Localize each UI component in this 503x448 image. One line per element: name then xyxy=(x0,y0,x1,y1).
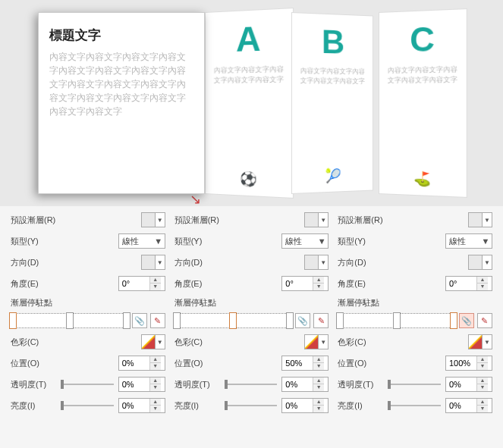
angle-input[interactable] xyxy=(282,277,313,290)
spin-up[interactable]: ▲ xyxy=(477,378,488,384)
type-label: 類型(Y) xyxy=(11,236,62,247)
brightness-input[interactable] xyxy=(446,399,476,412)
angle-input[interactable] xyxy=(119,277,149,290)
stop-handle[interactable] xyxy=(9,312,17,329)
stops-label: 漸層停駐點 xyxy=(11,297,165,309)
color-dropdown[interactable]: ▼ xyxy=(304,334,329,349)
transparency-spinner[interactable]: ▲▼ xyxy=(445,377,492,392)
gradient-stops-bar[interactable] xyxy=(174,313,293,328)
transparency-input[interactable] xyxy=(446,378,476,391)
sport-icon: ⛳ xyxy=(413,170,431,187)
slider-thumb[interactable] xyxy=(388,380,391,389)
spin-down[interactable]: ▼ xyxy=(313,363,324,370)
spin-down[interactable]: ▼ xyxy=(150,406,161,412)
stop-handle[interactable] xyxy=(66,312,74,329)
remove-stop-button[interactable]: ✎ xyxy=(477,313,492,328)
transparency-input[interactable] xyxy=(119,378,149,391)
brightness-input[interactable] xyxy=(119,399,149,412)
brightness-slider[interactable] xyxy=(388,405,441,406)
angle-spinner[interactable]: ▲▼ xyxy=(281,276,329,291)
direction-dropdown[interactable]: ▼ xyxy=(468,255,492,270)
stop-handle[interactable] xyxy=(286,312,294,329)
type-select[interactable]: 線性▼ xyxy=(281,233,329,249)
stop-handle[interactable] xyxy=(229,312,237,329)
brightness-spinner[interactable]: ▲▼ xyxy=(118,398,165,413)
brightness-spinner[interactable]: ▲▼ xyxy=(445,398,492,413)
stop-handle[interactable] xyxy=(450,312,457,329)
add-stop-button[interactable]: 📎 xyxy=(132,313,147,328)
transparency-slider[interactable] xyxy=(61,384,114,385)
remove-stop-button[interactable]: ✎ xyxy=(150,313,165,328)
brightness-slider[interactable] xyxy=(225,405,278,406)
stop-handle[interactable] xyxy=(336,312,344,329)
angle-label: 角度(E) xyxy=(174,278,226,290)
position-spinner[interactable]: ▲▼ xyxy=(281,356,329,371)
gradient-col-2: 預設漸層(R)▼ 類型(Y)線性▼ 方向(D)▼ 角度(E)▲▼ 漸層停駐點 📎… xyxy=(170,209,334,442)
type-select[interactable]: 線性▼ xyxy=(118,233,165,249)
preset-dropdown[interactable]: ▼ xyxy=(141,212,165,227)
transparency-spinner[interactable]: ▲▼ xyxy=(118,377,165,392)
spin-down[interactable]: ▼ xyxy=(477,363,488,370)
spin-down[interactable]: ▼ xyxy=(477,384,488,391)
type-select[interactable]: 線性▼ xyxy=(445,233,492,249)
position-spinner[interactable]: ▲▼ xyxy=(118,356,165,371)
spin-up[interactable]: ▲ xyxy=(313,356,324,363)
panel-a: A 內容文字內容文字內容文字內容文字內容文字 ⚽ xyxy=(205,8,294,199)
color-dropdown[interactable]: ▼ xyxy=(141,334,165,349)
brightness-input[interactable] xyxy=(282,399,313,412)
direction-label: 方向(D) xyxy=(11,257,62,268)
spin-up[interactable]: ▲ xyxy=(477,356,488,363)
spin-up[interactable]: ▲ xyxy=(477,399,488,406)
transparency-input[interactable] xyxy=(282,378,313,391)
position-input[interactable] xyxy=(119,356,149,370)
direction-dropdown[interactable]: ▼ xyxy=(304,255,329,270)
preset-dropdown[interactable]: ▼ xyxy=(468,212,492,227)
gradient-stops-bar[interactable] xyxy=(338,313,456,328)
stop-handle[interactable] xyxy=(123,312,130,329)
slider-thumb[interactable] xyxy=(61,380,64,389)
spin-down[interactable]: ▼ xyxy=(477,284,488,290)
position-spinner[interactable]: ▲▼ xyxy=(445,356,492,371)
spin-down[interactable]: ▼ xyxy=(313,284,324,290)
spin-down[interactable]: ▼ xyxy=(150,384,161,391)
spin-up[interactable]: ▲ xyxy=(150,378,161,384)
spin-down[interactable]: ▼ xyxy=(150,284,161,290)
spin-up[interactable]: ▲ xyxy=(477,277,488,284)
add-stop-button[interactable]: 📎 xyxy=(459,313,474,328)
color-dropdown[interactable]: ▼ xyxy=(468,334,492,349)
brightness-slider[interactable] xyxy=(61,405,114,406)
gradient-stops-bar[interactable] xyxy=(11,313,129,328)
spin-up[interactable]: ▲ xyxy=(313,399,324,406)
spin-down[interactable]: ▼ xyxy=(313,384,324,391)
angle-input[interactable] xyxy=(446,277,476,290)
slider-thumb[interactable] xyxy=(61,401,64,410)
panel-letter: B xyxy=(322,23,344,61)
position-input[interactable] xyxy=(446,356,476,370)
remove-stop-button[interactable]: ✎ xyxy=(313,313,329,328)
angle-spinner[interactable]: ▲▼ xyxy=(118,276,165,291)
direction-dropdown[interactable]: ▼ xyxy=(141,255,165,270)
angle-spinner[interactable]: ▲▼ xyxy=(445,276,492,291)
spin-up[interactable]: ▲ xyxy=(150,399,161,406)
spin-up[interactable]: ▲ xyxy=(150,277,161,284)
stop-handle[interactable] xyxy=(173,312,181,329)
panel-letter: C xyxy=(410,20,435,59)
add-stop-button[interactable]: 📎 xyxy=(295,313,310,328)
stop-handle[interactable] xyxy=(393,312,401,329)
slider-thumb[interactable] xyxy=(388,401,391,410)
gradient-col-1: 預設漸層(R)▼ 類型(Y)線性▼ 方向(D)▼ 角度(E)▲▼ 漸層停駐點 📎… xyxy=(6,209,170,442)
spin-up[interactable]: ▲ xyxy=(313,277,324,284)
preset-dropdown[interactable]: ▼ xyxy=(304,212,329,227)
position-input[interactable] xyxy=(282,356,313,370)
spin-down[interactable]: ▼ xyxy=(313,406,324,412)
spin-up[interactable]: ▲ xyxy=(150,356,161,363)
spin-down[interactable]: ▼ xyxy=(477,406,488,412)
transparency-spinner[interactable]: ▲▼ xyxy=(281,377,329,392)
spin-down[interactable]: ▼ xyxy=(150,363,161,370)
slider-thumb[interactable] xyxy=(225,401,228,410)
brightness-spinner[interactable]: ▲▼ xyxy=(281,398,329,413)
transparency-slider[interactable] xyxy=(388,384,441,385)
spin-up[interactable]: ▲ xyxy=(313,378,324,384)
transparency-slider[interactable] xyxy=(225,384,278,385)
slider-thumb[interactable] xyxy=(225,380,228,389)
